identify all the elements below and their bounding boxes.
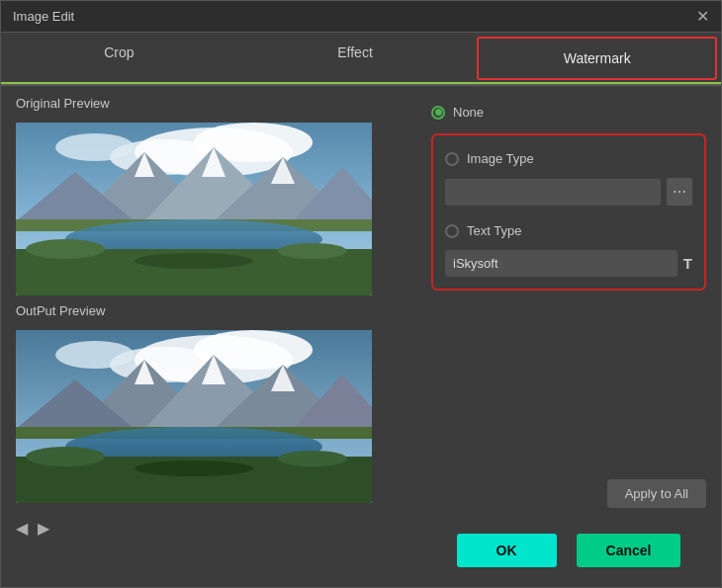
image-type-option-row: Image Type [445,147,692,170]
image-type-radio[interactable] [445,152,459,166]
svg-point-37 [135,461,253,476]
none-radio[interactable] [431,106,445,120]
image-type-group: Image Type ⋯ [445,147,692,206]
navigation-buttons: ◀ ▶ [16,511,402,546]
nav-prev-button[interactable]: ◀ [16,519,28,538]
image-type-label: Image Type [467,151,534,166]
text-type-radio[interactable] [445,224,459,238]
title-bar: Image Edit ✕ [1,1,721,33]
cancel-button[interactable]: Cancel [577,534,681,567]
output-preview-image [16,330,372,503]
text-type-group: Text Type T [445,219,692,277]
text-type-option-row: Text Type [445,219,692,242]
image-type-input[interactable] [445,179,661,206]
dialog-buttons: OK Cancel [431,526,706,577]
nav-next-button[interactable]: ▶ [38,519,49,538]
svg-point-36 [278,451,347,466]
output-preview-label: OutPut Preview [16,303,402,318]
svg-point-18 [135,253,253,269]
svg-point-23 [55,341,135,369]
tab-underline [1,82,721,84]
apply-to-all-button[interactable]: Apply to All [607,479,706,508]
original-preview-image [16,123,372,295]
text-type-input[interactable] [445,250,677,277]
tab-bar: Crop Effect Watermark [1,33,721,86]
text-format-icon[interactable]: T [683,255,692,272]
right-panel: None Image Type ⋯ [416,86,721,587]
watermark-options-section: Image Type ⋯ Text Type T [431,133,706,291]
svg-point-17 [278,243,347,259]
dialog-title: Image Edit [13,9,74,24]
none-option-row: None [431,101,706,124]
apply-to-all-container: Apply to All [431,479,706,516]
image-file-button[interactable]: ⋯ [667,178,692,206]
tab-watermark[interactable]: Watermark [477,37,717,80]
main-content: Original Preview [1,86,721,587]
svg-point-16 [26,239,105,259]
tab-crop[interactable]: Crop [1,33,237,84]
svg-point-35 [26,447,105,466]
spacer [431,300,706,469]
left-panel: Original Preview [1,86,416,587]
original-preview-label: Original Preview [16,96,402,111]
svg-point-4 [55,133,135,161]
tab-effect[interactable]: Effect [237,33,474,84]
text-type-label: Text Type [467,223,521,238]
text-type-input-row: T [445,250,692,277]
none-label: None [453,105,484,120]
ok-button[interactable]: OK [457,534,557,567]
image-type-input-row: ⋯ [445,178,692,206]
close-button[interactable]: ✕ [696,9,709,25]
dialog-window: Image Edit ✕ Crop Effect Watermark Origi… [0,0,722,588]
